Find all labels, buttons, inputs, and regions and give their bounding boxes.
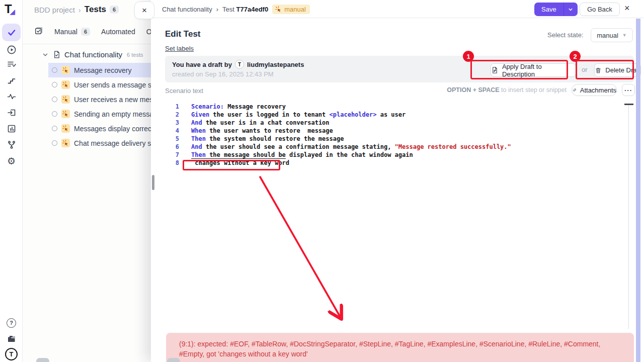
settings-gear-icon[interactable]: ⚙ — [0, 155, 23, 167]
runs-play-icon[interactable] — [0, 44, 23, 56]
overlay-topbar: Chat functionality › Test T77a4edf0 manu… — [151, 0, 644, 18]
divider — [23, 44, 154, 44]
apply-draft-button[interactable]: Apply Draft to Description — [491, 63, 576, 77]
draft-title: You have a draft by T liudmylastepanets — [172, 60, 304, 69]
set-labels-link[interactable]: Set labels — [165, 45, 194, 52]
line-text: Then the message should be displayed in … — [191, 151, 413, 158]
app-logo[interactable]: T◢ — [5, 2, 17, 16]
state-dropdown[interactable]: manual▼ — [591, 28, 633, 42]
editor-scrollbar-track[interactable] — [628, 104, 629, 329]
editor-line-3[interactable]: 3And the user is in a chat conversation — [166, 119, 629, 127]
draft-banner: You have a draft by T liudmylastepanets … — [165, 56, 634, 82]
suite-name[interactable]: Chat functionality — [64, 50, 122, 59]
breadcrumb-current: Tests — [85, 5, 106, 15]
save-dropdown-button[interactable] — [564, 3, 578, 16]
help-icon[interactable]: ? — [0, 317, 23, 329]
close-tests-panel-button[interactable]: × — [134, 2, 154, 19]
draft-created-date: created on Sep 16, 2025 12:43 PM — [172, 70, 274, 78]
suite-row[interactable]: Chat functionality 6 tests — [42, 50, 143, 59]
manual-test-icon — [61, 124, 70, 133]
tab-automated[interactable]: Automated — [101, 28, 135, 36]
editor-line-2[interactable]: 2Given the user is logged in to tenant <… — [166, 111, 629, 119]
breadcrumb-project[interactable]: BDD project — [34, 6, 75, 14]
go-back-button[interactable]: Go Back — [580, 3, 620, 16]
chevron-down-icon[interactable] — [42, 51, 49, 58]
attachments-button[interactable]: Attachments — [572, 84, 617, 96]
test-list-item[interactable]: User sends a message succ — [23, 77, 154, 92]
manual-count-badge: 6 — [81, 28, 90, 36]
manual-test-icon — [61, 139, 70, 147]
scenario-editor[interactable]: 1Scenario: Message recovery2Given the us… — [166, 103, 629, 330]
trash-icon — [595, 67, 602, 74]
chevron-down-icon — [567, 6, 574, 13]
paperclip-icon — [572, 86, 577, 94]
line-number: 6 — [166, 143, 179, 150]
test-list-item[interactable]: Sending an empty message — [23, 107, 154, 121]
tests-check-icon[interactable] — [0, 27, 23, 39]
plans-list-icon[interactable] — [0, 58, 23, 70]
editor-line-6[interactable]: 6And the user should see a confirmation … — [166, 143, 629, 151]
icon-rail: T◢ ⚙ ? T — [0, 0, 23, 362]
editor-line-1[interactable]: 1Scenario: Message recovery — [166, 103, 629, 111]
status-circle — [52, 140, 57, 146]
bottom-pill-right[interactable] — [167, 358, 180, 362]
draft-author-name: liudmylastepanets — [247, 61, 304, 68]
breadcrumb-separator: › — [216, 6, 218, 13]
page-title: Edit Test — [165, 29, 201, 39]
tests-filter-tabs: Manual6 Automated Outdated — [34, 26, 154, 37]
draft-author-avatar: T — [235, 60, 244, 69]
manual-test-icon — [275, 6, 282, 13]
test-list-item[interactable]: User receives a new messa — [23, 92, 154, 107]
manual-test-icon — [61, 66, 70, 74]
editor-line-4[interactable]: 4When the user wants to restore message — [166, 127, 629, 135]
import-icon[interactable] — [0, 107, 23, 119]
breadcrumb-suite[interactable]: Chat functionality — [162, 6, 212, 13]
status-circle — [52, 82, 57, 87]
line-text: When the user wants to restore message — [191, 127, 333, 134]
status-circle — [52, 126, 57, 131]
more-options-button[interactable]: ··· — [622, 84, 635, 96]
line-number: 3 — [166, 119, 179, 126]
line-number: 7 — [166, 151, 179, 158]
test-list: Message recovery User sends a message su… — [23, 63, 154, 150]
gherkin-error-banner: (9:1): expected: #EOF, #TableRow, #DocSt… — [166, 333, 634, 362]
window-scrollbar[interactable] — [636, 19, 640, 362]
save-button[interactable]: Save — [534, 3, 564, 16]
tree-scrollbar-thumb[interactable] — [152, 175, 154, 190]
projects-folders-icon[interactable] — [0, 333, 23, 345]
test-list-item[interactable]: Chat message delivery stat — [23, 136, 154, 150]
editor-scrollbar-thumb[interactable] — [624, 104, 633, 105]
line-text: And the user is in a chat conversation — [191, 119, 330, 126]
test-id: T77a4edf0 — [236, 6, 269, 13]
line-number: 1 — [166, 103, 179, 110]
line-text: Then the system should restore the messa… — [191, 135, 344, 142]
dropdown-caret-icon: ▼ — [622, 33, 627, 38]
editor-line-7[interactable]: 7Then the message should be displayed in… — [166, 151, 629, 159]
bottom-pill-left[interactable] — [36, 358, 49, 362]
line-number: 2 — [166, 111, 179, 118]
test-list-item[interactable]: Message recovery — [48, 63, 154, 77]
tab-manual[interactable]: Manual6 — [54, 28, 90, 36]
delete-draft-button[interactable]: Delete Draft — [594, 63, 641, 77]
editor-line-5[interactable]: 5Then the system should restore the mess… — [166, 135, 629, 143]
steps-icon[interactable] — [0, 74, 23, 86]
select-all-icon[interactable] — [34, 26, 43, 37]
reports-icon[interactable] — [0, 123, 23, 135]
test-title: Sending an empty message — [74, 110, 154, 118]
or-label: or — [582, 66, 588, 73]
test-list-item[interactable]: Messages display correct ti — [23, 121, 154, 136]
apply-draft-document-icon — [491, 66, 499, 74]
breadcrumb-test: Test T77a4edf0 — [222, 6, 268, 13]
editor-line-8[interactable]: 8 changes without a key word — [166, 159, 629, 167]
profile-avatar[interactable]: T — [0, 348, 23, 360]
close-overlay-button[interactable]: × — [624, 3, 630, 14]
status-circle — [52, 67, 57, 73]
test-title: Chat message delivery stat — [74, 139, 154, 147]
save-split-button[interactable]: Save — [534, 3, 578, 16]
pulse-icon[interactable] — [0, 90, 23, 103]
branches-icon[interactable] — [0, 139, 23, 151]
overlay-breadcrumb: Chat functionality › Test T77a4edf0 manu… — [162, 5, 310, 14]
edit-test-overlay: Chat functionality › Test T77a4edf0 manu… — [151, 0, 644, 362]
tests-tree-panel: BDD project › Tests 6 Manual6 Automated … — [23, 0, 154, 362]
manual-test-icon — [61, 110, 70, 118]
